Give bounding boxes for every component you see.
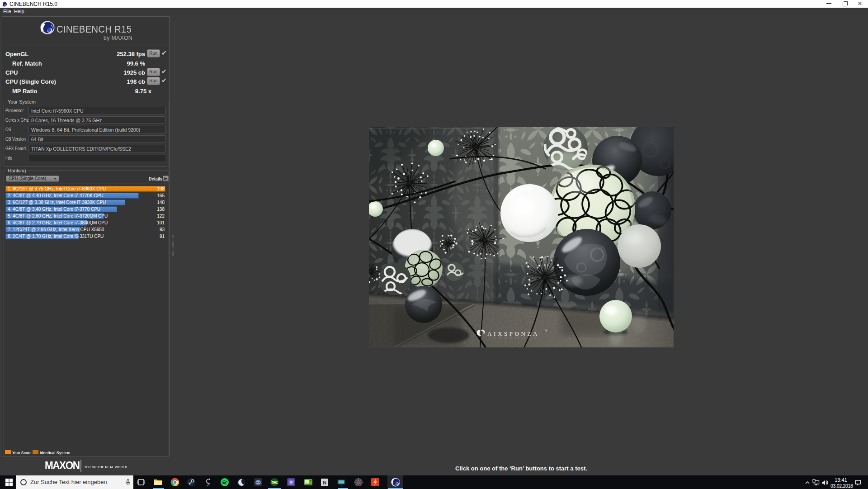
svg-text:®: ®	[545, 329, 547, 332]
svg-text:N: N	[323, 480, 326, 485]
svg-text:AIXSPONZA: AIXSPONZA	[487, 334, 539, 341]
